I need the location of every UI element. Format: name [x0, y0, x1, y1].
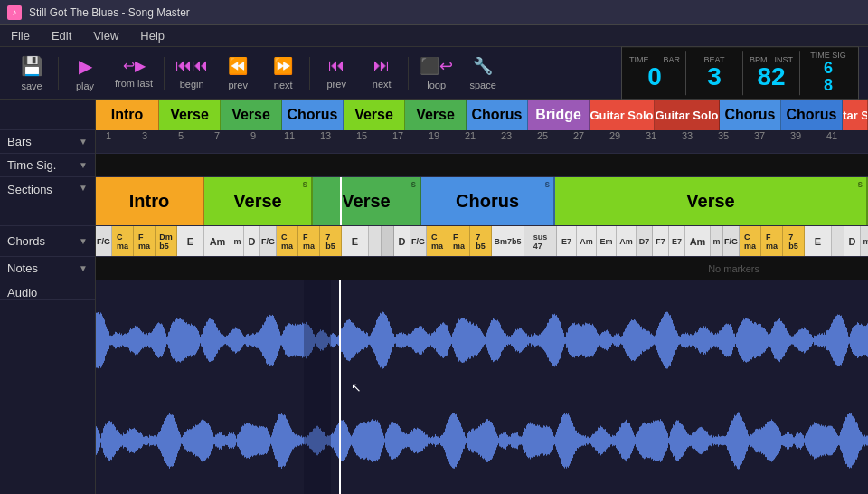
- prev-section-label: prev: [228, 80, 247, 90]
- menu-edit[interactable]: Edit: [41, 25, 82, 46]
- play-button[interactable]: ▶ play: [62, 50, 108, 97]
- save-button[interactable]: 💾 save: [9, 50, 54, 97]
- section-strip-chorus2[interactable]: Chorus: [467, 100, 528, 130]
- time-label: TIME: [629, 56, 649, 65]
- sidebar-item-notes[interactable]: Notes ▼: [0, 257, 95, 280]
- playhead: [340, 177, 342, 225]
- menu-help[interactable]: Help: [129, 25, 175, 46]
- app-icon: ♪: [7, 5, 22, 20]
- chord-e7a[interactable]: E7: [557, 226, 577, 256]
- chord-fma1[interactable]: Fma: [134, 226, 156, 256]
- chord-cma3[interactable]: Cma: [427, 226, 448, 256]
- section-strip-verse1[interactable]: Verse: [159, 100, 221, 130]
- chord-d1[interactable]: D: [244, 226, 260, 256]
- chord-bm7b5[interactable]: Bm7b5: [492, 226, 524, 256]
- section-main-chorus[interactable]: Choruss: [421, 177, 555, 225]
- sections-main-row: Intro Verses Verses Choruss Verses: [96, 177, 868, 226]
- sidebar-item-timesig[interactable]: Time Sig. ▼: [0, 154, 95, 177]
- menubar: File Edit View Help: [0, 25, 868, 47]
- chord-empty3: [832, 226, 844, 256]
- sidebar-item-bars[interactable]: Bars ▼: [0, 130, 95, 154]
- separator-3: [309, 57, 310, 90]
- chord-fg2[interactable]: F/G: [260, 226, 277, 256]
- sidebar-item-chords[interactable]: Chords ▼: [0, 226, 95, 257]
- chord-e3[interactable]: E: [805, 226, 832, 256]
- space-button[interactable]: 🔧 space: [460, 50, 505, 97]
- disp-sep3: [799, 51, 800, 96]
- section-strip-chorus3[interactable]: Chorus: [720, 100, 781, 130]
- begin-label: begin: [180, 79, 204, 90]
- section-strip-verse3[interactable]: Verse: [344, 100, 405, 130]
- sidebar-notes-label: Notes: [7, 261, 38, 275]
- main-area: Bars ▼ Time Sig. ▼ Sections ▼ Chords ▼ N…: [0, 100, 868, 494]
- chord-d3[interactable]: D: [844, 226, 861, 256]
- app-title: Still Got The Blues - Song Master: [29, 6, 190, 19]
- chord-fma3[interactable]: Fma: [448, 226, 470, 256]
- prev-bar-label: prev: [326, 79, 345, 90]
- timesig-row: [96, 154, 868, 177]
- prev-section-button[interactable]: ⏪ prev: [215, 50, 260, 97]
- section-strip-chorus4[interactable]: Chorus: [781, 100, 843, 130]
- chord-f7[interactable]: F7: [653, 226, 669, 256]
- bars-chevron-icon: ▼: [79, 137, 88, 147]
- chord-m2[interactable]: m: [711, 226, 723, 256]
- chord-sus47[interactable]: sus47: [524, 226, 557, 256]
- chord-d2[interactable]: D: [394, 226, 410, 256]
- section-main-verse2[interactable]: Verses: [313, 177, 421, 225]
- chord-e2[interactable]: E: [342, 226, 369, 256]
- bar-19: 19: [429, 130, 439, 141]
- sidebar-item-sections[interactable]: Sections ▼: [0, 177, 95, 226]
- section-main-verse1[interactable]: Verses: [204, 177, 313, 225]
- chord-7b52[interactable]: 7b5: [320, 226, 342, 256]
- chord-cma1[interactable]: Cma: [112, 226, 134, 256]
- audio-row: ↖: [96, 280, 868, 494]
- section-main-intro[interactable]: Intro: [96, 177, 204, 225]
- section-strip-bridge[interactable]: Bridge: [528, 100, 590, 130]
- next-bar-icon: ⏭: [373, 56, 390, 75]
- timesig-value: 6 8: [824, 60, 833, 96]
- chord-cma2[interactable]: Cma: [277, 226, 298, 256]
- chord-am3[interactable]: Am: [617, 226, 637, 256]
- next-section-button[interactable]: ⏩ next: [260, 50, 306, 97]
- chord-fg1[interactable]: F/G: [96, 226, 112, 256]
- begin-button[interactable]: ⏮⏮ begin: [168, 50, 215, 97]
- loop-icon: ⬛↩: [420, 56, 453, 76]
- chord-m1[interactable]: m: [231, 226, 244, 256]
- menu-view[interactable]: View: [82, 25, 129, 46]
- sidebar-item-audio[interactable]: Audio: [0, 280, 95, 300]
- from-last-button[interactable]: ↩▶ from last: [108, 50, 160, 97]
- next-bar-button[interactable]: ⏭ next: [359, 50, 404, 97]
- section-strip-gs3[interactable]: Guitar Solo: [843, 100, 868, 130]
- chord-am2[interactable]: Am: [577, 226, 597, 256]
- section-main-verse3[interactable]: Verses: [555, 177, 868, 225]
- play-label: play: [76, 81, 94, 91]
- sidebar-audio-label: Audio: [7, 286, 37, 299]
- chord-7b54[interactable]: 7b5: [783, 226, 805, 256]
- prev-bar-button[interactable]: ⏮ prev: [314, 50, 359, 97]
- chord-d7[interactable]: D7: [637, 226, 653, 256]
- menu-file[interactable]: File: [0, 25, 41, 46]
- section-strip-verse4[interactable]: Verse: [405, 100, 467, 130]
- chord-em1[interactable]: Em: [597, 226, 617, 256]
- chord-fma4[interactable]: Fma: [761, 226, 783, 256]
- chord-cma4[interactable]: Cma: [740, 226, 761, 256]
- chord-fg4[interactable]: F/G: [723, 226, 740, 256]
- chord-e7b[interactable]: E7: [669, 226, 685, 256]
- section-strip-gs2[interactable]: Guitar Solo: [655, 100, 720, 130]
- chord-am4[interactable]: Am: [685, 226, 711, 256]
- section-strip-gs1[interactable]: Guitar Solo: [590, 100, 655, 130]
- play-icon: ▶: [79, 55, 92, 77]
- timesig-box: TIME SIG 6 8: [806, 51, 851, 96]
- chord-e1[interactable]: E: [177, 226, 204, 256]
- chord-fma2[interactable]: Fma: [298, 226, 320, 256]
- loop-button[interactable]: ⬛↩ loop: [412, 50, 460, 97]
- chord-fg3[interactable]: F/G: [410, 226, 427, 256]
- chord-m3[interactable]: m: [861, 226, 868, 256]
- section-strip-chorus1[interactable]: Chorus: [282, 100, 344, 130]
- chord-7b53[interactable]: 7b5: [470, 226, 492, 256]
- chord-dmb1[interactable]: Dmb5: [156, 226, 177, 256]
- separator-2: [164, 57, 165, 90]
- chord-am1[interactable]: Am: [204, 226, 231, 256]
- section-strip-intro[interactable]: Intro: [96, 100, 159, 130]
- section-strip-verse2[interactable]: Verse: [221, 100, 282, 130]
